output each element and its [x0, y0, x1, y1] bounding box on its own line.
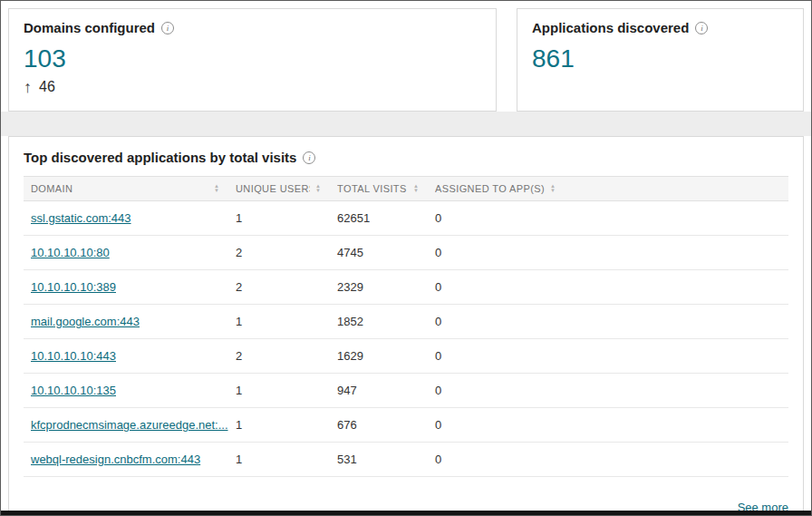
table-row: 10.10.10.10:389 2 2329 0	[24, 270, 788, 305]
table-row: ssl.gstatic.com:443 1 62651 0	[24, 201, 788, 236]
domain-link[interactable]: ssl.gstatic.com:443	[31, 211, 131, 225]
metric-cards-row: Domains configured i 103 ↑ 46 Applicatio…	[1, 1, 811, 112]
assigned-apps-cell: 0	[428, 374, 788, 408]
assigned-apps-cell: 0	[428, 270, 788, 305]
domains-configured-card: Domains configured i 103 ↑ 46	[8, 8, 497, 112]
domains-delta: ↑ 46	[24, 79, 481, 95]
table-row: webql-redesign.cnbcfm.com:443 1 531 0	[24, 443, 788, 477]
unique-users-cell: 1	[228, 201, 330, 236]
table-header-row: DOMAIN ▲▼ UNIQUE USERS ▲▼ TOTAL VISITS	[24, 177, 788, 201]
card-title-row: Applications discovered i	[532, 20, 788, 35]
sort-icon: ▲▼	[550, 184, 556, 193]
domains-configured-value: 103	[24, 44, 481, 73]
table-row: kfcprodnecmsimage.azureedge.net:... 1 67…	[24, 408, 788, 443]
sort-icon: ▲▼	[413, 184, 419, 193]
assigned-apps-cell: 0	[428, 201, 788, 236]
unique-users-cell: 1	[228, 443, 330, 477]
assigned-apps-cell: 0	[428, 236, 788, 270]
domain-link[interactable]: 10.10.10.10:135	[31, 384, 116, 397]
domain-link[interactable]: 10.10.10.10:443	[31, 349, 116, 363]
total-visits-cell: 1629	[330, 339, 428, 374]
sort-icon: ▲▼	[315, 184, 321, 193]
total-visits-cell: 4745	[330, 236, 428, 270]
table-row: 10.10.10.10:443 2 1629 0	[24, 339, 788, 374]
domain-link[interactable]: mail.google.com:443	[31, 315, 140, 328]
column-label: TOTAL VISITS	[337, 183, 407, 194]
assigned-apps-cell: 0	[428, 339, 788, 374]
unique-users-cell: 1	[228, 305, 330, 339]
table-row: 10.10.10.10:135 1 947 0	[24, 374, 788, 408]
applications-discovered-title: Applications discovered	[532, 20, 689, 35]
panel-title-row: Top discovered applications by total vis…	[24, 150, 788, 165]
applications-discovered-value: 861	[532, 44, 788, 73]
total-visits-cell: 531	[330, 443, 428, 477]
column-label: UNIQUE USERS	[236, 183, 310, 194]
dashboard-page: Domains configured i 103 ↑ 46 Applicatio…	[0, 0, 812, 516]
panel-title: Top discovered applications by total vis…	[24, 150, 296, 165]
column-label: DOMAIN	[31, 183, 72, 194]
applications-table: DOMAIN ▲▼ UNIQUE USERS ▲▼ TOTAL VISITS	[24, 176, 788, 477]
column-header-assigned-apps[interactable]: ASSIGNED TO APP(S) ▲▼	[428, 177, 788, 201]
unique-users-cell: 1	[228, 374, 330, 408]
domains-delta-value: 46	[39, 79, 55, 95]
domain-link[interactable]: 10.10.10.10:389	[31, 280, 116, 294]
section-divider-band	[1, 112, 811, 136]
total-visits-cell: 1852	[330, 305, 428, 339]
table-row: mail.google.com:443 1 1852 0	[24, 305, 788, 339]
column-header-total-visits[interactable]: TOTAL VISITS ▲▼	[330, 177, 428, 201]
table-header: DOMAIN ▲▼ UNIQUE USERS ▲▼ TOTAL VISITS	[24, 177, 788, 201]
assigned-apps-cell: 0	[428, 408, 788, 443]
applications-discovered-card: Applications discovered i 861	[517, 8, 804, 112]
unique-users-cell: 1	[228, 408, 330, 443]
bottom-edge-bar	[1, 511, 811, 515]
table-row: 10.10.10.10:80 2 4745 0	[24, 236, 788, 270]
unique-users-cell: 2	[228, 339, 330, 374]
total-visits-cell: 62651	[330, 201, 428, 236]
info-icon[interactable]: i	[303, 151, 315, 164]
total-visits-cell: 2329	[330, 270, 428, 305]
info-icon[interactable]: i	[695, 22, 708, 34]
domains-configured-title: Domains configured	[24, 20, 155, 35]
column-header-unique-users[interactable]: UNIQUE USERS ▲▼	[228, 177, 330, 201]
column-header-domain[interactable]: DOMAIN ▲▼	[24, 177, 228, 201]
domain-link[interactable]: 10.10.10.10:80	[31, 246, 110, 259]
card-title-row: Domains configured i	[24, 20, 481, 35]
unique-users-cell: 2	[228, 236, 330, 270]
table-body: ssl.gstatic.com:443 1 62651 0 10.10.10.1…	[24, 201, 788, 477]
assigned-apps-cell: 0	[428, 305, 788, 339]
total-visits-cell: 947	[330, 374, 428, 408]
sort-icon: ▲▼	[214, 184, 219, 193]
top-applications-panel: Top discovered applications by total vis…	[8, 136, 804, 511]
info-icon[interactable]: i	[161, 22, 174, 34]
arrow-up-icon: ↑	[24, 79, 32, 95]
domain-link[interactable]: kfcprodnecmsimage.azureedge.net:...	[31, 418, 228, 432]
domain-link[interactable]: webql-redesign.cnbcfm.com:443	[31, 453, 200, 466]
assigned-apps-cell: 0	[428, 443, 788, 477]
total-visits-cell: 676	[330, 408, 428, 443]
column-label: ASSIGNED TO APP(S)	[435, 183, 545, 194]
unique-users-cell: 2	[228, 270, 330, 305]
